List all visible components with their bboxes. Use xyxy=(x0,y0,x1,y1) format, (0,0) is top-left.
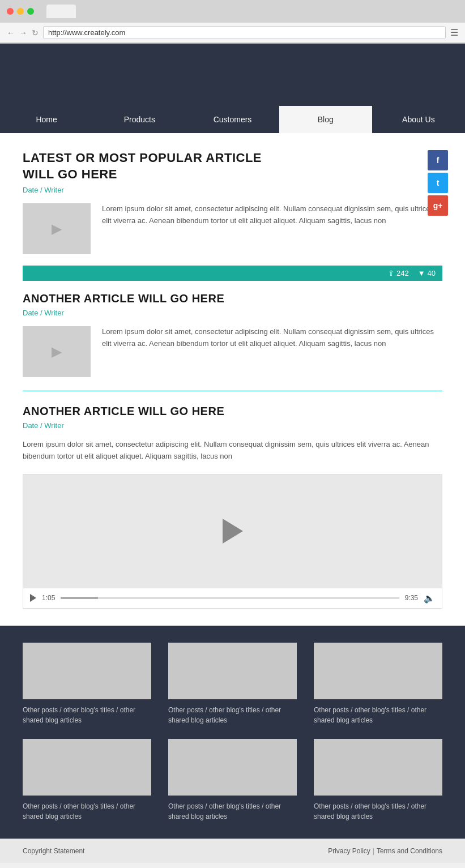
footer-text-1: Other posts / other blog's titles / othe… xyxy=(23,705,151,725)
browser-tab[interactable] xyxy=(46,5,76,18)
article-2-image: ▶ xyxy=(23,326,91,377)
social-sidebar: f t g+ xyxy=(428,150,448,216)
footer-text-2: Other posts / other blog's titles / othe… xyxy=(168,705,297,725)
bottom-bar: Copyright Statement Privacy Policy | Ter… xyxy=(0,839,465,863)
forward-button[interactable]: → xyxy=(19,28,27,37)
upload-count: 242 xyxy=(396,269,409,277)
play-icon[interactable] xyxy=(223,519,243,544)
article-3-title: ANOTHER ARTICLE WILL GO HERE xyxy=(23,405,442,418)
nav-products[interactable]: Products xyxy=(93,106,186,133)
footer-item-2: Other posts / other blog's titles / othe… xyxy=(168,643,297,725)
navigation-bar: Home Products Customers Blog About Us xyxy=(0,106,465,133)
footer-text-5: Other posts / other blog's titles / othe… xyxy=(168,801,297,822)
article-1-row: ▶ Lorem ipsum dolor sit amet, consectetu… xyxy=(23,203,442,254)
article-3-meta[interactable]: Date / Writer xyxy=(23,421,442,430)
footer-thumb-6 xyxy=(314,739,442,796)
article-3: ANOTHER ARTICLE WILL GO HERE Date / Writ… xyxy=(23,405,442,609)
reload-button[interactable]: ↻ xyxy=(32,28,39,37)
link-separator: | xyxy=(373,847,374,855)
maximize-dot[interactable] xyxy=(27,8,34,15)
article-1: LATEST OR MOST POPULAR ARTICLE WILL GO H… xyxy=(23,150,442,254)
minimize-dot[interactable] xyxy=(17,8,24,15)
footer-thumb-2 xyxy=(168,643,297,699)
image-placeholder-icon: ▶ xyxy=(52,221,62,237)
footer-thumb-4 xyxy=(23,739,151,796)
heart-count: 40 xyxy=(428,269,436,277)
footer-grid: Other posts / other blog's titles / othe… xyxy=(23,643,442,822)
article-1-meta[interactable]: Date / Writer xyxy=(23,186,442,194)
url-bar[interactable]: http://www.creately.com xyxy=(43,26,446,39)
upload-icon: ⇧ xyxy=(388,269,394,277)
current-time: 1:05 xyxy=(42,594,55,602)
article-2-body: Lorem ipsum dolor sit amet, consectetur … xyxy=(102,326,442,350)
footer-section: Other posts / other blog's titles / othe… xyxy=(0,626,465,839)
total-time: 9:35 xyxy=(405,594,418,602)
header-banner xyxy=(0,44,465,106)
video-screen[interactable] xyxy=(23,474,442,588)
play-button[interactable] xyxy=(30,594,36,602)
footer-thumb-5 xyxy=(168,739,297,796)
article-1-body: Lorem ipsum dolor sit amet, consectetur … xyxy=(102,203,442,227)
privacy-link[interactable]: Privacy Policy xyxy=(328,847,370,855)
facebook-button[interactable]: f xyxy=(428,150,448,170)
footer-text-3: Other posts / other blog's titles / othe… xyxy=(314,705,442,725)
google-button[interactable]: g+ xyxy=(428,195,448,216)
progress-fill xyxy=(61,597,98,599)
article-2-meta[interactable]: Date / Writer xyxy=(23,309,442,317)
article-2: ANOTHER ARTICLE WILL GO HERE Date / Writ… xyxy=(23,292,442,377)
image-placeholder-icon-2: ▶ xyxy=(52,344,62,360)
footer-thumb-1 xyxy=(23,643,151,699)
video-controls: 1:05 9:35 🔈 xyxy=(23,588,442,608)
upload-stat: ⇧ 242 xyxy=(388,269,409,277)
footer-item-1: Other posts / other blog's titles / othe… xyxy=(23,643,151,725)
bottom-links: Privacy Policy | Terms and Conditions xyxy=(328,847,442,855)
article-1-image: ▶ xyxy=(23,203,91,254)
footer-item-4: Other posts / other blog's titles / othe… xyxy=(23,739,151,822)
article-2-title: ANOTHER ARTICLE WILL GO HERE xyxy=(23,292,442,305)
menu-icon[interactable]: ☰ xyxy=(450,27,458,38)
footer-item-6: Other posts / other blog's titles / othe… xyxy=(314,739,442,822)
nav-customers[interactable]: Customers xyxy=(186,106,279,133)
footer-item-5: Other posts / other blog's titles / othe… xyxy=(168,739,297,822)
nav-blog[interactable]: Blog xyxy=(279,106,372,133)
video-player[interactable]: 1:05 9:35 🔈 xyxy=(23,474,442,609)
footer-item-3: Other posts / other blog's titles / othe… xyxy=(314,643,442,725)
footer-text-4: Other posts / other blog's titles / othe… xyxy=(23,801,151,822)
browser-chrome: ← → ↻ http://www.creately.com ☰ xyxy=(0,0,465,44)
article-divider xyxy=(23,391,442,391)
article-1-title: LATEST OR MOST POPULAR ARTICLE WILL GO H… xyxy=(23,150,442,182)
stats-bar: ⇧ 242 ▼ 40 xyxy=(23,266,442,281)
progress-bar[interactable] xyxy=(61,597,399,599)
browser-addressbar: ← → ↻ http://www.creately.com ☰ xyxy=(0,23,465,43)
article-3-body: Lorem ipsum dolor sit amet, consectetur … xyxy=(23,439,442,463)
article-2-row: ▶ Lorem ipsum dolor sit amet, consectetu… xyxy=(23,326,442,377)
footer-text-6: Other posts / other blog's titles / othe… xyxy=(314,801,442,822)
page-wrapper: Home Products Customers Blog About Us LA… xyxy=(0,44,465,863)
heart-icon: ▼ xyxy=(418,269,425,277)
nav-about[interactable]: About Us xyxy=(372,106,465,133)
terms-link[interactable]: Terms and Conditions xyxy=(377,847,442,855)
volume-icon[interactable]: 🔈 xyxy=(424,593,435,604)
close-dot[interactable] xyxy=(7,8,14,15)
heart-stat: ▼ 40 xyxy=(418,269,436,277)
footer-thumb-3 xyxy=(314,643,442,699)
main-content: LATEST OR MOST POPULAR ARTICLE WILL GO H… xyxy=(0,133,465,626)
nav-home[interactable]: Home xyxy=(0,106,93,133)
copyright-text: Copyright Statement xyxy=(23,847,84,855)
twitter-button[interactable]: t xyxy=(428,173,448,193)
browser-titlebar xyxy=(0,0,465,23)
back-button[interactable]: ← xyxy=(7,28,15,37)
